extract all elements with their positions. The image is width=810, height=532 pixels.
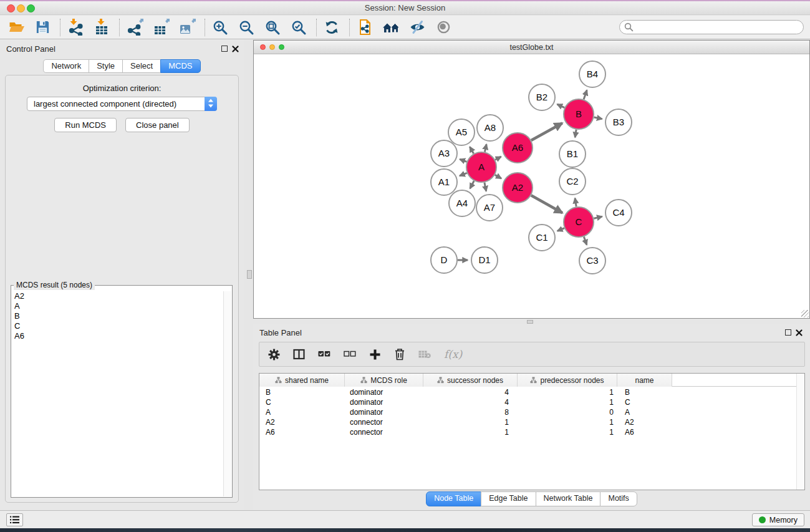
- tab-network-table[interactable]: Network Table: [536, 491, 601, 506]
- graph-edge-B-B3[interactable]: [594, 117, 602, 119]
- home-networks-button[interactable]: [381, 17, 401, 37]
- close-panel-button[interactable]: Close panel: [125, 118, 190, 132]
- graph-edge-A-A5[interactable]: [470, 147, 473, 153]
- graph-node-B4[interactable]: B4: [579, 61, 605, 87]
- graph-node-B[interactable]: B: [564, 99, 594, 129]
- run-mcds-button[interactable]: Run MCDS: [54, 118, 117, 132]
- graph-edge-A2-C[interactable]: [531, 195, 562, 213]
- hide-panels-button[interactable]: [407, 17, 427, 37]
- zoom-selected-button[interactable]: [289, 17, 309, 37]
- export-network-button[interactable]: [125, 17, 145, 37]
- graph-edge-A-A3[interactable]: [460, 159, 466, 162]
- graph-edge-B-B4[interactable]: [584, 90, 587, 100]
- graph-node-C3[interactable]: C3: [579, 248, 605, 274]
- graph-edge-C-C3[interactable]: [584, 237, 587, 245]
- graph-edge-C-C1[interactable]: [557, 228, 564, 231]
- result-item-c[interactable]: C: [14, 321, 222, 331]
- function-builder-button[interactable]: f(x): [444, 348, 462, 360]
- graph-edge-A-A1[interactable]: [460, 173, 467, 176]
- close-panel-icon[interactable]: [232, 46, 239, 52]
- graph-edge-A-A2[interactable]: [495, 175, 501, 178]
- column-header-successor-nodes[interactable]: successor nodes: [423, 374, 518, 387]
- table-row-a[interactable]: Adominator80A: [259, 407, 796, 417]
- column-header-name[interactable]: name: [617, 374, 672, 387]
- tab-network[interactable]: Network: [43, 59, 89, 73]
- result-item-a[interactable]: A: [14, 301, 222, 311]
- graph-edge-B-B2[interactable]: [557, 104, 565, 107]
- result-item-b[interactable]: B: [14, 311, 222, 321]
- graph-edge-A-A7[interactable]: [485, 183, 486, 191]
- horizontal-split-handle[interactable]: [527, 320, 533, 324]
- create-column-button[interactable]: [369, 349, 381, 360]
- tab-style[interactable]: Style: [89, 59, 123, 73]
- graph-node-A2[interactable]: A2: [503, 173, 533, 203]
- search-input[interactable]: [619, 20, 804, 34]
- graph-node-B3[interactable]: B3: [605, 109, 632, 135]
- table-row-a6[interactable]: A6connector11A6: [259, 427, 796, 437]
- show-columns-button[interactable]: [293, 349, 305, 360]
- tab-mcds[interactable]: MCDS: [160, 59, 200, 73]
- graph-edge-C-C4[interactable]: [594, 216, 602, 218]
- deselect-all-button[interactable]: [344, 351, 356, 358]
- delete-button[interactable]: [394, 348, 405, 360]
- graph-edge-A-A6[interactable]: [495, 157, 501, 160]
- graph-node-C4[interactable]: C4: [605, 200, 632, 226]
- table-row-c[interactable]: Cdominator41C: [259, 397, 796, 407]
- table-settings-button[interactable]: [268, 349, 280, 360]
- save-session-button[interactable]: [32, 17, 52, 37]
- vertical-split-handle[interactable]: [247, 270, 252, 279]
- column-header-predecessor-nodes[interactable]: predecessor nodes: [518, 374, 617, 387]
- memory-button[interactable]: Memory: [752, 513, 804, 526]
- graph-node-A[interactable]: A: [466, 152, 496, 182]
- import-table-button[interactable]: [92, 17, 112, 37]
- tab-edge-table[interactable]: Edge Table: [481, 491, 536, 506]
- import-network-button[interactable]: [65, 17, 85, 37]
- show-panels-button[interactable]: [433, 17, 453, 37]
- result-scrollbar[interactable]: [223, 291, 231, 496]
- clone-network-button[interactable]: [355, 17, 375, 37]
- graph-edge-C-C2[interactable]: [575, 198, 576, 207]
- task-history-button[interactable]: [6, 513, 23, 526]
- table-row-a2[interactable]: A2connector11A2: [259, 417, 796, 427]
- float-panel-icon[interactable]: [785, 329, 791, 336]
- graph-node-B2[interactable]: B2: [529, 84, 555, 110]
- graph-node-A4[interactable]: A4: [449, 190, 475, 216]
- graph-node-A5[interactable]: A5: [448, 119, 475, 145]
- table-scrollbar[interactable]: [796, 374, 804, 490]
- criterion-dropdown[interactable]: largest connected component (directed): [27, 97, 217, 111]
- graph-node-A8[interactable]: A8: [477, 115, 503, 141]
- result-item-a2[interactable]: A2: [14, 291, 222, 301]
- table-row-b[interactable]: Bdominator41B: [259, 387, 796, 397]
- open-session-button[interactable]: [6, 17, 26, 37]
- graph-node-C2[interactable]: C2: [559, 168, 586, 195]
- close-panel-icon[interactable]: [796, 329, 803, 336]
- tab-motifs[interactable]: Motifs: [600, 491, 637, 506]
- graph-edge-A6-B[interactable]: [531, 123, 562, 140]
- delete-column-button[interactable]: [418, 350, 431, 359]
- graph-node-C[interactable]: C: [564, 207, 594, 237]
- network-graph[interactable]: B4B2BB3A5A8A6B1A3AA1C2A2A4A7C4CC1C3DD1: [254, 54, 809, 318]
- column-header-shared-name[interactable]: shared name: [259, 374, 345, 387]
- graph-node-A6[interactable]: A6: [503, 133, 533, 163]
- graph-node-C1[interactable]: C1: [529, 225, 555, 251]
- export-table-button[interactable]: [151, 17, 171, 37]
- select-all-button[interactable]: [318, 351, 330, 358]
- result-item-a6[interactable]: A6: [14, 331, 222, 341]
- graph-edge-A-A4[interactable]: [470, 181, 474, 188]
- graph-node-D[interactable]: D: [431, 247, 457, 273]
- graph-node-D1[interactable]: D1: [471, 247, 498, 273]
- column-header-mcds-role[interactable]: MCDS role: [345, 374, 423, 387]
- tab-node-table[interactable]: Node Table: [426, 491, 481, 506]
- export-image-button[interactable]: [177, 17, 197, 37]
- graph-edge-A-A8[interactable]: [485, 144, 486, 152]
- zoom-in-button[interactable]: [210, 17, 230, 37]
- graph-node-B1[interactable]: B1: [559, 141, 586, 167]
- network-window-titlebar[interactable]: testGlobe.txt: [254, 41, 809, 54]
- graph-node-A7[interactable]: A7: [476, 195, 503, 221]
- zoom-fit-button[interactable]: [263, 17, 282, 37]
- network-canvas[interactable]: B4B2BB3A5A8A6B1A3AA1C2A2A4A7C4CC1C3DD1: [254, 54, 809, 318]
- graph-node-A3[interactable]: A3: [431, 140, 457, 167]
- graph-node-A1[interactable]: A1: [431, 169, 457, 195]
- resize-grip[interactable]: [801, 310, 809, 317]
- float-panel-icon[interactable]: [221, 46, 228, 52]
